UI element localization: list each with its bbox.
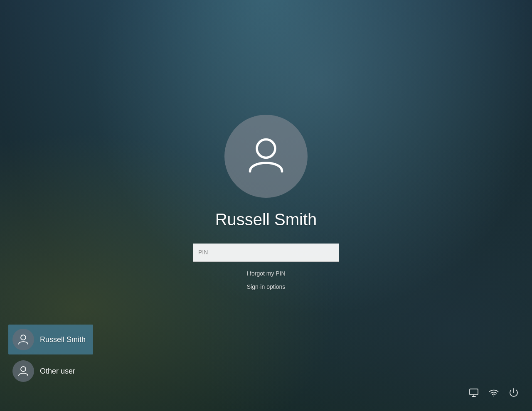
forgot-pin-link[interactable]: I forgot my PIN bbox=[246, 270, 285, 277]
accessibility-icon[interactable] bbox=[468, 387, 480, 399]
user-list: Russell Smith Other user bbox=[8, 325, 93, 386]
svg-rect-3 bbox=[470, 389, 478, 395]
user-avatar bbox=[224, 115, 308, 198]
sign-in-options-link[interactable]: Sign-in options bbox=[247, 283, 286, 290]
network-icon[interactable] bbox=[488, 387, 500, 399]
svg-point-2 bbox=[21, 367, 26, 372]
system-icons-bar bbox=[468, 387, 520, 399]
svg-point-0 bbox=[257, 139, 275, 158]
user-item-other[interactable]: Other user bbox=[8, 356, 93, 386]
pin-input[interactable] bbox=[193, 244, 339, 262]
user-item-avatar-other bbox=[12, 360, 34, 382]
avatar-icon bbox=[243, 133, 289, 180]
user-item-russell[interactable]: Russell Smith bbox=[8, 325, 93, 354]
username-label: Russell Smith bbox=[215, 210, 317, 229]
power-icon[interactable] bbox=[508, 387, 520, 399]
svg-point-1 bbox=[21, 335, 26, 340]
user-item-name-russell: Russell Smith bbox=[40, 335, 86, 344]
pin-input-wrapper bbox=[193, 244, 339, 262]
user-item-avatar-russell bbox=[12, 329, 34, 350]
user-item-name-other: Other user bbox=[40, 367, 75, 376]
